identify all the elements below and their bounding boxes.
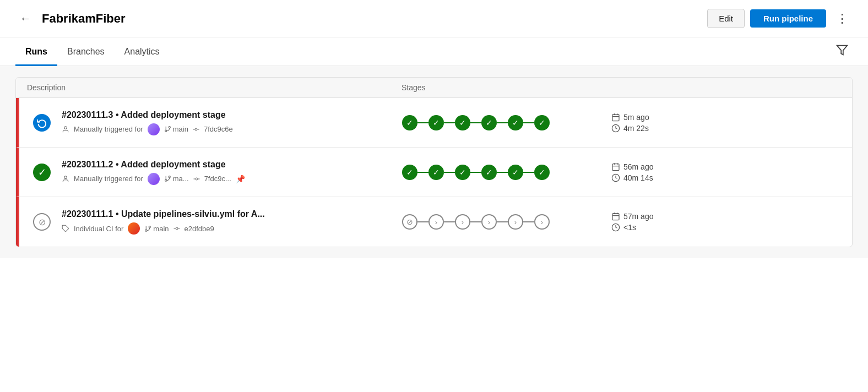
stage-connector — [417, 122, 428, 123]
svg-point-5 — [195, 128, 197, 130]
commit-hash: 7fdc9c... — [204, 175, 231, 183]
stage-dot-arrow: › — [455, 214, 470, 230]
stage-connector — [523, 122, 534, 123]
svg-rect-32 — [612, 214, 619, 220]
time-ago: 56m ago — [623, 162, 653, 171]
filter-icon[interactable] — [832, 42, 853, 61]
commit-icon — [193, 176, 200, 182]
edit-button[interactable]: Edit — [707, 9, 745, 28]
stage-item: › — [508, 214, 523, 230]
status-icon-success: ✓ — [29, 164, 55, 181]
stage-item: ✓ — [481, 165, 497, 180]
stage-item: ✓ — [428, 115, 444, 130]
stage-item: › — [481, 214, 497, 230]
svg-rect-20 — [612, 164, 619, 170]
branch-name: main — [173, 125, 188, 133]
stage-dot-arrow: › — [428, 214, 444, 230]
stage-connector — [444, 221, 455, 222]
stage-item: ✓ — [455, 115, 470, 130]
tabs-bar: Runs Branches Analytics — [0, 37, 868, 66]
status-icon-skipped: ⊘ — [29, 213, 55, 231]
table-header: Description Stages — [16, 78, 852, 98]
table-row[interactable]: #20230111.3 • Added deployment stage Man… — [16, 98, 852, 148]
svg-point-28 — [145, 230, 147, 231]
tab-branches[interactable]: Branches — [57, 38, 115, 66]
stage-dot-success: ✓ — [508, 115, 523, 130]
branch-icon — [144, 225, 151, 232]
stage-dot-success: ✓ — [428, 165, 444, 180]
col-description-header: Description — [27, 83, 402, 92]
tag-icon — [62, 225, 69, 232]
commit-hash: e2dfdbe9 — [185, 225, 214, 233]
svg-point-15 — [169, 176, 170, 178]
svg-point-17 — [196, 178, 198, 180]
duration-row: 40m 14s — [611, 173, 653, 182]
pin-icon[interactable]: 📌 — [236, 175, 245, 183]
branch-icon — [164, 175, 171, 182]
stage-dot-success: ✓ — [402, 165, 417, 180]
stage-item: › — [534, 214, 550, 230]
clock-icon — [611, 223, 620, 232]
run-info: #20230111.3 • Added deployment stage Man… — [55, 110, 402, 135]
stage-dot-success: ✓ — [428, 115, 444, 130]
stages-col: ✓ ✓ ✓ ✓ ✓ ✓ — [402, 165, 600, 180]
svg-point-29 — [176, 227, 178, 230]
calendar-icon — [611, 162, 620, 171]
stage-dot-success: ✓ — [481, 115, 497, 130]
stage-dot-success: ✓ — [402, 115, 417, 130]
header-actions: Edit Run pipeline ⋮ — [707, 9, 853, 28]
calendar-icon — [611, 212, 620, 221]
col-stages-header: Stages — [402, 83, 600, 92]
run-title: #20230111.3 • Added deployment stage — [62, 110, 402, 120]
table-row[interactable]: ⊘ #20230111.1 • Update pipelines-silviu.… — [16, 197, 852, 247]
clock-icon — [611, 173, 620, 182]
stage-item: ✓ — [508, 115, 523, 130]
time-col: 5m ago 4m 22s — [600, 113, 841, 133]
stage-dot-skipped: ⊘ — [402, 214, 417, 230]
table-container: Description Stages #20230111.3 • Added d… — [0, 66, 868, 258]
stage-item: ✓ — [534, 165, 550, 180]
more-options-button[interactable]: ⋮ — [832, 9, 853, 28]
build-number: #20230111.2 — [62, 160, 113, 169]
stage-dot-arrow: › — [481, 214, 497, 230]
stage-dot-success: ✓ — [455, 115, 470, 130]
stage-item: ✓ — [534, 115, 550, 130]
table-wrapper: Description Stages #20230111.3 • Added d… — [15, 77, 853, 247]
stage-dot-success: ✓ — [455, 165, 470, 180]
svg-marker-0 — [837, 46, 847, 55]
stage-item: › — [428, 214, 444, 230]
stage-item: ✓ — [508, 165, 523, 180]
stage-connector — [470, 172, 481, 173]
svg-point-4 — [165, 130, 166, 132]
time-ago: 5m ago — [623, 113, 649, 122]
run-description: Added deployment stage — [121, 110, 225, 119]
stage-connector — [470, 122, 481, 123]
stages-col: ⊘ › › › › › — [402, 214, 600, 230]
avatar — [128, 222, 140, 235]
duration-row: <1s — [611, 223, 636, 232]
stage-item: ✓ — [402, 115, 417, 130]
time-ago-row: 56m ago — [611, 162, 653, 171]
stage-item: ✓ — [428, 165, 444, 180]
duration: 40m 14s — [623, 173, 653, 182]
back-button[interactable]: ← — [15, 10, 35, 27]
person-icon — [62, 126, 69, 133]
commit-icon — [173, 225, 180, 232]
status-icon-running — [29, 114, 55, 132]
svg-point-3 — [169, 127, 170, 128]
trigger-label: Individual CI for — [74, 225, 123, 233]
success-icon: ✓ — [33, 164, 51, 181]
stage-connector — [497, 172, 508, 173]
run-meta: Manually triggered for main 7fdc9c6e — [62, 123, 402, 135]
tab-runs[interactable]: Runs — [15, 38, 57, 66]
run-pipeline-button[interactable]: Run pipeline — [750, 9, 826, 28]
avatar — [148, 173, 160, 185]
table-row[interactable]: ✓ #20230111.2 • Added deployment stage M… — [16, 148, 852, 197]
tab-analytics[interactable]: Analytics — [115, 38, 170, 66]
clock-icon — [611, 124, 620, 133]
stage-item: ✓ — [455, 165, 470, 180]
run-title: #20230111.2 • Added deployment stage — [62, 160, 402, 170]
build-number: #20230111.3 — [62, 110, 113, 119]
avatar — [148, 123, 160, 135]
run-title: #20230111.1 • Update pipelines-silviu.ym… — [62, 209, 402, 219]
